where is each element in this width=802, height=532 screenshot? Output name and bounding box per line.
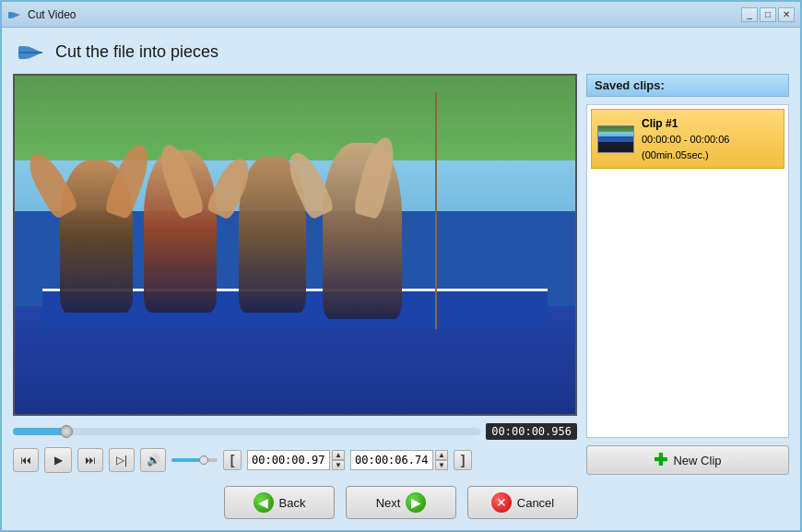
start-time-input[interactable]	[247, 450, 330, 470]
end-time-input[interactable]	[350, 450, 433, 470]
skip-button[interactable]: ⏭	[77, 448, 103, 472]
left-panel: 00:00:00.956 ⏮ ▶ ⏭ ▷| 🔊 [	[13, 74, 577, 475]
svg-marker-1	[12, 12, 20, 18]
start-time-down[interactable]: ▼	[332, 460, 345, 470]
end-time-up[interactable]: ▲	[435, 450, 448, 460]
clip-info: Clip #1 00:00:00 - 00:00:06 (00min.05sec…	[642, 115, 729, 162]
clip-duration: (00min.05sec.)	[642, 148, 729, 163]
next-label: Next	[376, 496, 401, 510]
back-label: Back	[279, 496, 306, 510]
volume-slider[interactable]	[171, 458, 218, 462]
clip-time-range: 00:00:00 - 00:00:06	[642, 132, 729, 148]
next-icon: ▶	[406, 492, 426, 513]
clip-thumbnail	[597, 125, 634, 153]
window-controls: _ □ ✕	[741, 7, 795, 22]
page-header: Cut the file into pieces	[2, 28, 800, 74]
progress-thumb[interactable]	[60, 425, 73, 438]
video-scene	[15, 76, 575, 414]
svg-rect-0	[8, 12, 12, 18]
back-button[interactable]: ◀ Back	[224, 486, 335, 519]
next-button[interactable]: Next ▶	[346, 486, 456, 519]
start-time-spin: ▲ ▼	[332, 450, 345, 470]
volume-button[interactable]: 🔊	[140, 448, 166, 472]
start-time-group: ▲ ▼	[247, 450, 345, 470]
clip-item[interactable]: Clip #1 00:00:00 - 00:00:06 (00min.05sec…	[591, 109, 784, 169]
maximize-button[interactable]: □	[760, 7, 776, 22]
timeline-area: 00:00:00.956 ⏮ ▶ ⏭ ▷| 🔊 [	[13, 421, 577, 475]
window-title: Cut Video	[28, 8, 741, 21]
right-panel: Saved clips: Clip #1 00:00:00 - 00:00:06…	[586, 74, 789, 475]
page-title: Cut the file into pieces	[55, 42, 218, 62]
cancel-icon: ✕	[491, 492, 512, 513]
volume-filled	[171, 458, 202, 462]
footer: ◀ Back Next ▶ ✕ Cancel	[2, 475, 800, 530]
end-time-down[interactable]: ▼	[435, 460, 448, 470]
back-icon: ◀	[254, 492, 274, 513]
rewind-button[interactable]: ⏮	[13, 448, 39, 472]
new-clip-label: New Clip	[673, 454, 721, 467]
step-forward-button[interactable]: ▷|	[109, 448, 135, 472]
progress-track[interactable]: 00:00:00.956	[13, 421, 577, 442]
scissors-icon	[17, 37, 46, 66]
app-icon	[7, 7, 22, 22]
progress-bar[interactable]	[13, 428, 480, 435]
play-button[interactable]: ▶	[44, 447, 72, 473]
close-button[interactable]: ✕	[778, 7, 795, 22]
new-clip-button[interactable]: ✚ New Clip	[586, 445, 789, 475]
clip-thumb-image	[598, 126, 633, 152]
bracket-open-button[interactable]: [	[223, 450, 242, 470]
title-bar: Cut Video _ □ ✕	[2, 2, 800, 28]
video-preview	[13, 74, 577, 416]
saved-clips-header: Saved clips:	[586, 74, 789, 97]
cancel-button[interactable]: ✕ Cancel	[467, 486, 578, 519]
minimize-button[interactable]: _	[741, 7, 758, 22]
plus-icon: ✚	[654, 452, 667, 468]
main-content: 00:00:00.956 ⏮ ▶ ⏭ ▷| 🔊 [	[2, 74, 800, 475]
clip-name: Clip #1	[642, 115, 729, 132]
end-time-group: ▲ ▼	[350, 450, 448, 470]
main-window: Cut Video _ □ ✕ Cut the file into pieces	[0, 0, 802, 532]
cancel-label: Cancel	[517, 496, 554, 510]
start-time-up[interactable]: ▲	[332, 450, 345, 460]
end-time-spin: ▲ ▼	[435, 450, 448, 470]
current-time-display: 00:00:00.956	[486, 423, 577, 440]
bracket-close-button[interactable]: ]	[454, 450, 472, 470]
volume-thumb[interactable]	[199, 455, 208, 465]
controls-row: ⏮ ▶ ⏭ ▷| 🔊 [ ▲ ▼	[13, 445, 577, 475]
clips-list: Clip #1 00:00:00 - 00:00:06 (00min.05sec…	[586, 104, 789, 438]
